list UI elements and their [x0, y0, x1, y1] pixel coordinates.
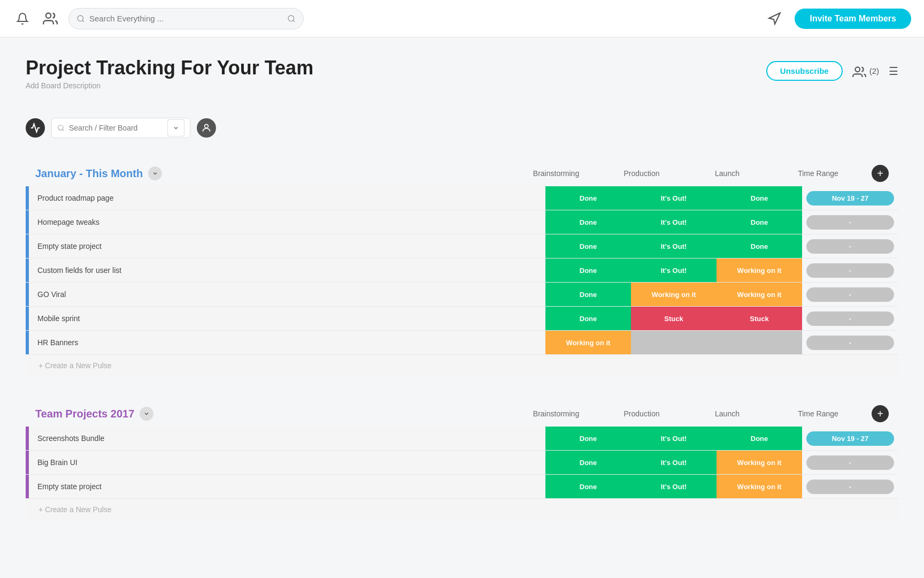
team-count-label: (2): [869, 66, 879, 75]
time-range-cell[interactable]: -: [802, 283, 898, 306]
table-row: Homepage tweaks Done It's Out! Done -: [26, 210, 898, 234]
time-range-cell[interactable]: -: [802, 258, 898, 282]
time-range-cell[interactable]: -: [802, 475, 898, 498]
group-title: January - This Month: [35, 168, 143, 180]
table-row: Empty state project Done It's Out! Worki…: [26, 475, 898, 498]
col-header-production: Production: [599, 169, 684, 178]
page-actions: Unsubscribe (2) ☰: [766, 57, 898, 81]
time-range-pill[interactable]: Nov 19 - 27: [806, 431, 894, 446]
invite-team-button[interactable]: Invite Team Members: [795, 9, 911, 29]
page-subtitle: Add Board Description: [26, 81, 313, 90]
filter-dropdown-btn[interactable]: [167, 119, 184, 136]
time-range-cell[interactable]: -: [802, 210, 898, 234]
nav-right: Invite Team Members: [765, 9, 911, 29]
production-cell: Working on it: [631, 283, 717, 306]
search-submit-icon: [287, 14, 296, 23]
time-range-cell[interactable]: -: [802, 331, 898, 354]
search-input[interactable]: [89, 14, 283, 23]
production-cell: It's Out!: [631, 451, 717, 474]
time-range-pill[interactable]: -: [806, 263, 894, 278]
megaphone-icon[interactable]: [765, 9, 784, 28]
svg-point-5: [855, 67, 860, 72]
svg-line-2: [82, 20, 84, 22]
menu-icon[interactable]: ☰: [889, 65, 898, 78]
time-range-cell[interactable]: -: [802, 451, 898, 474]
svg-point-3: [288, 16, 294, 21]
col-header-launch: Launch: [684, 409, 770, 418]
task-name: Screenshots Bundle: [29, 427, 545, 450]
production-cell: It's Out!: [631, 210, 717, 234]
launch-cell: Done: [717, 210, 802, 234]
time-range-pill[interactable]: -: [806, 287, 894, 302]
time-range-pill[interactable]: -: [806, 215, 894, 230]
task-name: GO Viral: [29, 283, 545, 306]
launch-cell: Done: [717, 427, 802, 450]
board-section-team-projects: Team Projects 2017 Brainstorming Product…: [26, 396, 898, 520]
col-header-production: Production: [599, 409, 684, 418]
users-icon[interactable]: [41, 9, 60, 28]
avatar-filter-btn[interactable]: [197, 118, 216, 138]
col-header-brainstorming: Brainstorming: [513, 169, 599, 178]
time-range-pill[interactable]: -: [806, 455, 894, 470]
brainstorming-cell: Done: [545, 283, 631, 306]
add-column-btn[interactable]: +: [872, 165, 889, 182]
brainstorming-cell: Done: [545, 451, 631, 474]
time-range-cell[interactable]: -: [802, 234, 898, 258]
launch-cell: Working on it: [717, 283, 802, 306]
unsubscribe-button[interactable]: Unsubscribe: [766, 61, 843, 81]
task-name: Empty state project: [29, 234, 545, 258]
boards-container: January - This Month Brainstorming Produ…: [26, 155, 898, 520]
bell-icon[interactable]: [13, 9, 32, 28]
time-range-cell[interactable]: Nov 19 - 27: [802, 427, 898, 450]
brainstorming-cell: Done: [545, 307, 631, 330]
svg-point-0: [46, 13, 51, 18]
brainstorming-cell: Done: [545, 475, 631, 498]
launch-cell: Working on it: [717, 475, 802, 498]
time-range-cell[interactable]: Nov 19 - 27: [802, 186, 898, 210]
brainstorming-cell: Done: [545, 234, 631, 258]
task-name: Mobile sprint: [29, 307, 545, 330]
launch-cell: Working on it: [717, 258, 802, 282]
time-range-pill[interactable]: -: [806, 480, 894, 494]
launch-cell: [717, 331, 802, 354]
production-cell: [631, 331, 717, 354]
board-section-january: January - This Month Brainstorming Produ…: [26, 155, 898, 376]
group-title: Team Projects 2017: [35, 408, 134, 420]
col-header-launch: Launch: [684, 169, 770, 178]
group-dropdown-btn[interactable]: [148, 166, 162, 180]
team-members-count[interactable]: (2): [852, 65, 879, 77]
group-dropdown-btn[interactable]: [140, 407, 153, 421]
production-cell: Stuck: [631, 307, 717, 330]
rows-container: Product roadmap page Done It's Out! Done…: [26, 186, 898, 354]
brainstorming-cell: Done: [545, 186, 631, 210]
group-header: Team Projects 2017: [35, 407, 153, 421]
table-row: Empty state project Done It's Out! Done …: [26, 234, 898, 258]
svg-line-7: [63, 130, 64, 131]
filter-input[interactable]: [69, 124, 163, 132]
add-column-btn[interactable]: +: [872, 405, 889, 422]
time-range-pill[interactable]: Nov 19 - 27: [806, 191, 894, 206]
create-pulse-btn[interactable]: + Create a New Pulse: [26, 498, 898, 520]
col-header-timerange: Time Range: [770, 409, 866, 418]
create-pulse-btn[interactable]: + Create a New Pulse: [26, 354, 898, 376]
time-range-pill[interactable]: -: [806, 311, 894, 326]
table-row: HR Banners Working on it -: [26, 331, 898, 354]
task-name: Product roadmap page: [29, 186, 545, 210]
production-cell: It's Out!: [631, 234, 717, 258]
table-row: Big Brain UI Done It's Out! Working on i…: [26, 451, 898, 475]
table-row: Custom fields for user list Done It's Ou…: [26, 258, 898, 283]
task-name: Empty state project: [29, 475, 545, 498]
brainstorming-cell: Working on it: [545, 331, 631, 354]
launch-cell: Done: [717, 234, 802, 258]
task-name: Big Brain UI: [29, 451, 545, 474]
filter-bar[interactable]: [51, 118, 190, 138]
brainstorming-cell: Done: [545, 258, 631, 282]
global-search-bar[interactable]: [68, 8, 304, 29]
svg-point-6: [58, 125, 63, 130]
time-range-cell[interactable]: -: [802, 307, 898, 330]
col-header-timerange: Time Range: [770, 169, 866, 178]
section-header: Team Projects 2017 Brainstorming Product…: [26, 396, 898, 422]
pulse-icon[interactable]: [26, 118, 45, 138]
time-range-pill[interactable]: -: [806, 239, 894, 254]
time-range-pill[interactable]: -: [806, 336, 894, 350]
